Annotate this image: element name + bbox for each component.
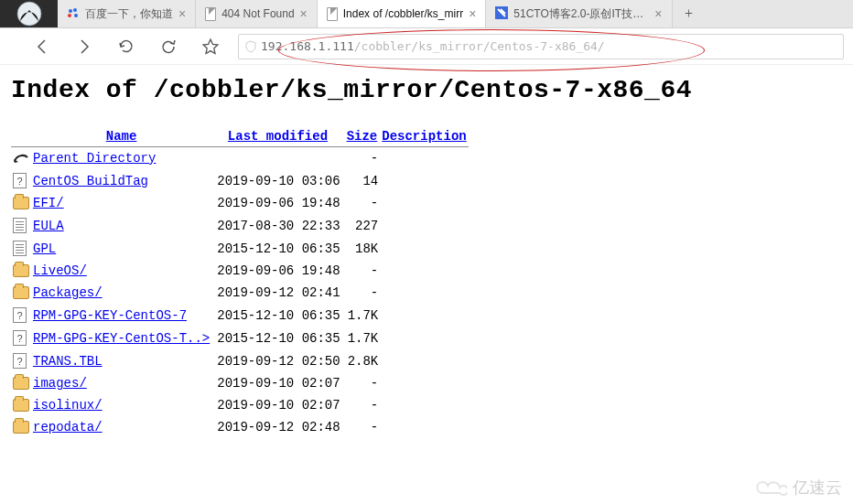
table-row: ?RPM-GPG-KEY-CentOS-T..>2015-12-10 06:35… <box>11 327 469 349</box>
unknown-file-icon: ? <box>13 173 27 188</box>
size-cell: - <box>344 372 381 394</box>
stop-reload-button[interactable] <box>154 34 183 59</box>
last-modified-cell: 2019-09-10 02:07 <box>211 372 343 394</box>
size-cell: - <box>344 192 381 214</box>
file-name-cell: EFI/ <box>31 192 211 214</box>
col-description[interactable]: Description <box>380 126 468 147</box>
file-link[interactable]: RPM-GPG-KEY-CentOS-T..> <box>33 331 210 346</box>
svg-point-4 <box>68 14 71 17</box>
file-link[interactable]: Packages/ <box>33 285 103 300</box>
file-name-cell: GPL <box>31 237 211 260</box>
file-link[interactable]: LiveOS/ <box>33 263 87 278</box>
tab-bar: 百度一下，你知道 × 404 Not Found × Index of /cob… <box>0 0 853 28</box>
cloud-icon <box>752 477 787 499</box>
refresh-button[interactable] <box>112 34 141 59</box>
row-icon-cell <box>11 372 31 394</box>
row-icon-cell: ? <box>11 349 31 372</box>
description-cell <box>380 304 468 327</box>
watermark-text: 亿速云 <box>793 477 842 499</box>
tab-51cto[interactable]: 51CTO博客2.0-原创IT技术文 × <box>486 0 672 27</box>
file-link[interactable]: GPL <box>33 241 56 256</box>
site-icon <box>495 6 508 22</box>
file-name-cell: TRANS.TBL <box>31 349 211 372</box>
file-link[interactable]: EULA <box>33 219 64 233</box>
close-icon[interactable]: × <box>469 7 476 20</box>
description-cell <box>380 260 468 282</box>
table-row: Packages/2019-09-12 02:41- <box>11 282 469 304</box>
new-tab-button[interactable]: + <box>673 0 706 27</box>
table-row: LiveOS/2019-09-06 19:48- <box>11 260 469 282</box>
file-name-cell: EULA <box>31 214 211 237</box>
tab-label: 51CTO博客2.0-原创IT技术文 <box>513 6 649 22</box>
tab-baidu[interactable]: 百度一下，你知道 × <box>58 0 196 27</box>
text-file-icon <box>13 241 27 256</box>
description-cell <box>380 237 468 260</box>
file-link[interactable]: CentOS_BuildTag <box>33 174 148 188</box>
unknown-file-icon: ? <box>13 353 27 369</box>
file-name-cell: RPM-GPG-KEY-CentOS-T..> <box>31 327 211 349</box>
folder-icon <box>13 264 29 277</box>
description-cell <box>380 416 468 438</box>
description-cell <box>380 214 468 237</box>
file-name-cell: Parent Directory <box>31 147 211 169</box>
folder-icon <box>13 197 29 209</box>
file-name-cell: images/ <box>31 372 211 394</box>
row-icon-cell <box>11 214 31 237</box>
last-modified-cell: 2019-09-10 03:06 <box>211 169 343 192</box>
file-link[interactable]: TRANS.TBL <box>33 354 103 369</box>
col-name[interactable]: Name <box>31 126 211 147</box>
svg-point-3 <box>73 8 77 12</box>
row-icon-cell: ? <box>11 169 31 192</box>
row-icon-cell <box>11 416 31 438</box>
folder-icon <box>13 377 29 390</box>
favorite-button[interactable] <box>196 34 225 59</box>
size-cell: 1.7K <box>344 327 381 349</box>
last-modified-cell: 2019-09-12 02:41 <box>211 282 343 304</box>
col-last-modified[interactable]: Last modified <box>211 126 343 147</box>
last-modified-cell: 2015-12-10 06:35 <box>211 327 343 349</box>
tab-index[interactable]: Index of /cobbler/ks_mirr × <box>318 0 487 27</box>
svg-point-2 <box>69 9 72 13</box>
close-icon[interactable]: × <box>178 7 186 20</box>
browser-logo <box>0 0 58 27</box>
table-row: repodata/2019-09-12 02:48- <box>11 416 469 438</box>
row-icon-cell <box>11 147 31 169</box>
table-row: Parent Directory- <box>11 147 469 169</box>
row-icon-cell: ? <box>11 304 31 327</box>
forward-button[interactable] <box>70 34 99 59</box>
file-link[interactable]: images/ <box>33 376 87 391</box>
url-path: /cobbler/ks_mirror/Centos-7-x86_64/ <box>354 39 605 53</box>
file-link[interactable]: isolinux/ <box>33 398 103 413</box>
file-link[interactable]: EFI/ <box>33 196 64 210</box>
back-button[interactable] <box>27 34 57 59</box>
file-link[interactable]: RPM-GPG-KEY-CentOS-7 <box>33 308 187 323</box>
file-name-cell: RPM-GPG-KEY-CentOS-7 <box>31 304 211 327</box>
baidu-icon <box>67 7 80 20</box>
address-bar[interactable]: 192.168.1.111/cobbler/ks_mirror/Centos-7… <box>238 34 844 59</box>
description-cell <box>380 372 468 394</box>
size-cell: - <box>344 394 381 416</box>
unknown-file-icon: ? <box>13 330 27 346</box>
table-row: ?CentOS_BuildTag2019-09-10 03:0614 <box>11 169 469 192</box>
last-modified-cell: 2019-09-12 02:48 <box>211 416 343 438</box>
row-icon-cell <box>11 282 31 304</box>
folder-icon <box>13 286 29 299</box>
size-cell: 14 <box>344 169 381 192</box>
col-size[interactable]: Size <box>344 126 381 147</box>
last-modified-cell: 2015-12-10 06:35 <box>211 237 343 260</box>
directory-listing-table: Name Last modified Size Description Pare… <box>11 126 469 438</box>
size-cell: 2.8K <box>344 349 381 372</box>
file-link[interactable]: repodata/ <box>33 420 103 434</box>
page-icon <box>327 7 338 21</box>
file-name-cell: LiveOS/ <box>31 260 211 282</box>
tab-404[interactable]: 404 Not Found × <box>196 0 318 27</box>
table-row: ?TRANS.TBL2019-09-12 02:502.8K <box>11 349 469 372</box>
file-link[interactable]: Parent Directory <box>33 151 156 166</box>
close-icon[interactable]: × <box>654 7 662 20</box>
page-icon <box>205 7 216 21</box>
table-row: EULA2017-08-30 22:33227 <box>11 214 469 237</box>
close-icon[interactable]: × <box>300 7 308 20</box>
size-cell: - <box>344 147 381 169</box>
tab-label: 404 Not Found <box>221 7 294 20</box>
row-icon-cell <box>11 192 31 214</box>
